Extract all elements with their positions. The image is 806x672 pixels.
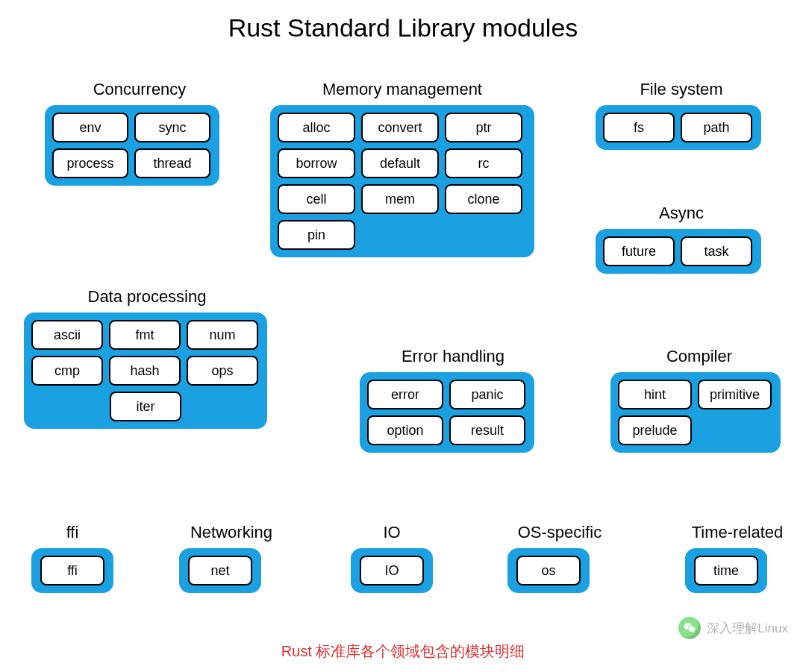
group-label-filesystem: File system	[596, 80, 767, 105]
module-hint: hint	[618, 380, 692, 409]
wechat-icon	[678, 617, 701, 639]
group-label-async: Async	[596, 204, 767, 229]
module-hash: hash	[109, 356, 181, 386]
group-box-networking: net	[179, 548, 261, 593]
module-thread: thread	[134, 148, 210, 178]
group-box-os-specific: os	[507, 548, 590, 593]
group-async: Async future task	[596, 204, 767, 274]
group-box-error-handling: error panic option result	[360, 372, 534, 453]
watermark-text: 深入理解Linux	[707, 620, 788, 637]
group-label-data-processing: Data processing	[24, 287, 270, 313]
module-prelude: prelude	[618, 415, 692, 445]
module-io: IO	[360, 556, 424, 585]
group-networking: Networking net	[179, 523, 284, 593]
group-box-data-processing: ascii fmt num cmp hash ops iter	[24, 313, 267, 429]
group-io: IO IO	[351, 523, 433, 593]
module-sync: sync	[134, 113, 210, 142]
module-pin: pin	[278, 220, 355, 250]
module-ascii: ascii	[31, 320, 103, 350]
group-ffi: ffi ffi	[31, 523, 113, 593]
module-process: process	[52, 148, 128, 178]
group-data-processing: Data processing ascii fmt num cmp hash o…	[24, 287, 270, 429]
group-box-ffi: ffi	[31, 548, 113, 593]
group-time-related: Time-related time	[685, 523, 790, 593]
module-error: error	[367, 380, 443, 409]
module-mem: mem	[361, 184, 439, 214]
module-os: os	[516, 556, 581, 585]
group-label-networking: Networking	[179, 523, 284, 548]
module-alloc: alloc	[278, 113, 355, 142]
group-concurrency: Concurrency env sync process thread	[45, 80, 234, 186]
group-label-ffi: ffi	[31, 523, 113, 548]
module-option: option	[367, 415, 443, 445]
module-iter: iter	[110, 392, 181, 421]
module-net: net	[188, 556, 252, 585]
group-label-os-specific: OS-specific	[507, 523, 612, 548]
group-memory: Memory management alloc convert ptr borr…	[270, 80, 534, 257]
group-box-filesystem: fs path	[596, 105, 761, 150]
group-compiler: Compiler hint primitive prelude	[610, 347, 788, 453]
module-rc: rc	[445, 148, 522, 178]
module-task: task	[681, 236, 752, 266]
module-env: env	[52, 113, 128, 142]
diagram-title: Rust Standard Library modules	[0, 0, 806, 63]
group-box-concurrency: env sync process thread	[45, 105, 219, 186]
module-cmp: cmp	[31, 356, 103, 386]
module-time: time	[694, 556, 758, 585]
module-ops: ops	[187, 356, 258, 386]
group-label-compiler: Compiler	[610, 347, 788, 372]
module-cell: cell	[278, 184, 355, 214]
module-panic: panic	[449, 380, 525, 409]
module-borrow: borrow	[278, 148, 355, 178]
caption: Rust 标准库各个领域包含的模块明细	[0, 641, 806, 662]
group-os-specific: OS-specific os	[507, 523, 612, 593]
module-ffi: ffi	[40, 556, 104, 585]
module-future: future	[603, 236, 675, 266]
group-label-time-related: Time-related	[685, 523, 790, 548]
group-box-memory: alloc convert ptr borrow default rc cell…	[270, 105, 534, 257]
module-path: path	[681, 113, 752, 142]
module-clone: clone	[445, 184, 522, 214]
group-error-handling: Error handling error panic option result	[360, 347, 546, 453]
watermark: 深入理解Linux	[678, 617, 788, 639]
group-box-compiler: hint primitive prelude	[610, 372, 781, 453]
module-fmt: fmt	[109, 320, 181, 350]
group-box-async: future task	[596, 229, 761, 274]
group-filesystem: File system fs path	[596, 80, 767, 150]
module-default: default	[361, 148, 439, 178]
group-box-time-related: time	[685, 548, 767, 593]
module-result: result	[449, 415, 525, 445]
group-label-memory: Memory management	[270, 80, 534, 105]
module-convert: convert	[361, 113, 439, 142]
group-label-error-handling: Error handling	[360, 347, 546, 372]
module-primitive: primitive	[698, 380, 772, 409]
group-box-io: IO	[351, 548, 433, 593]
group-label-concurrency: Concurrency	[45, 80, 234, 105]
module-ptr: ptr	[445, 113, 522, 142]
module-num: num	[187, 320, 258, 350]
module-fs: fs	[603, 113, 675, 142]
diagram-canvas: Concurrency env sync process thread Memo…	[0, 63, 806, 630]
group-label-io: IO	[351, 523, 433, 548]
